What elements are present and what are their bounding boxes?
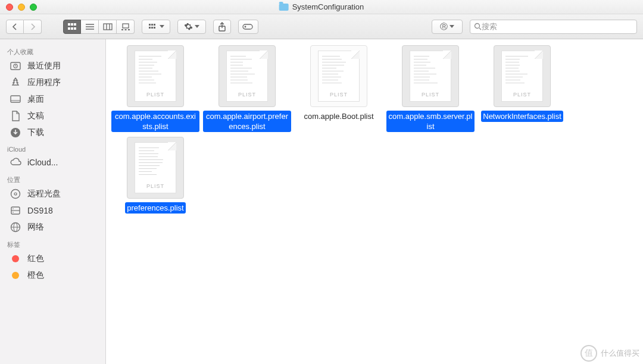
sidebar-item-label: 橙色 — [27, 270, 44, 281]
svg-point-24 — [245, 26, 246, 27]
file-type-badge: PLIST — [410, 92, 451, 98]
minimize-icon[interactable] — [18, 4, 25, 11]
dropdown-button[interactable]: Ⓡ — [432, 20, 463, 34]
arrange-segment — [142, 20, 170, 34]
arrange-button[interactable] — [142, 20, 170, 34]
svg-rect-5 — [74, 27, 76, 30]
svg-point-33 — [14, 193, 17, 195]
svg-rect-4 — [71, 27, 73, 30]
sidebar-item[interactable]: 远程光盘 — [0, 186, 105, 202]
file-type-badge: PLIST — [135, 92, 176, 98]
svg-rect-15 — [128, 29, 130, 30]
svg-point-32 — [11, 190, 20, 199]
svg-rect-23 — [243, 24, 252, 29]
toolbar: Ⓡ — [0, 14, 643, 39]
sidebar-item-label: 下载 — [27, 127, 44, 138]
window-title-text: SystemConfiguration — [292, 2, 364, 11]
file-item[interactable]: PLISTcom.apple.airport.preferences.plist — [202, 45, 292, 132]
file-thumbnail: PLIST — [310, 45, 367, 107]
tag-icon — [242, 23, 254, 31]
sidebar-heading: 个人收藏 — [0, 43, 105, 58]
sidebar-item[interactable]: 红色 — [0, 250, 105, 267]
list-view-button[interactable] — [81, 20, 99, 34]
svg-rect-14 — [124, 29, 126, 30]
nav-buttons — [6, 20, 42, 34]
sidebar-item[interactable]: 文稿 — [0, 108, 105, 124]
file-thumbnail: PLIST — [219, 45, 276, 107]
file-item[interactable]: PLISTcom.apple.Boot.plist — [294, 45, 383, 132]
tags-button[interactable] — [238, 20, 258, 34]
share-icon — [218, 22, 226, 32]
file-item[interactable]: PLISTpreferences.plist — [111, 137, 200, 214]
svg-point-37 — [13, 212, 14, 213]
chevron-down-icon — [450, 25, 454, 28]
tag-icon — [10, 253, 21, 264]
sidebar-item-label: 文稿 — [27, 111, 44, 121]
apps-icon — [10, 77, 21, 88]
sidebar-item-label: 红色 — [27, 253, 44, 264]
file-item[interactable]: PLISTcom.apple.smb.server.plist — [386, 45, 475, 132]
file-name: com.apple.airport.preferences.plist — [203, 111, 291, 132]
svg-rect-20 — [151, 27, 153, 29]
sidebar-item[interactable]: 最近使用 — [0, 58, 105, 74]
window-title: SystemConfiguration — [279, 2, 364, 11]
download-icon — [10, 127, 21, 138]
svg-rect-2 — [74, 23, 76, 26]
sidebar-item[interactable]: 桌面 — [0, 91, 105, 108]
sidebar-item[interactable]: 应用程序 — [0, 74, 105, 91]
icon-view-button[interactable] — [63, 20, 81, 34]
window-body: 个人收藏最近使用应用程序桌面文稿下载iCloudiCloud...位置远程光盘D… — [0, 39, 643, 364]
svg-rect-1 — [71, 23, 73, 26]
sidebar-heading: iCloud — [0, 141, 105, 154]
disc-icon — [10, 189, 21, 199]
sidebar-item-label: iCloud... — [27, 158, 58, 167]
file-type-badge: PLIST — [502, 92, 542, 98]
titlebar: SystemConfiguration — [0, 0, 643, 14]
file-thumbnail: PLIST — [494, 45, 551, 107]
file-type-badge: PLIST — [319, 92, 359, 98]
file-name: preferences.plist — [125, 202, 185, 214]
share-button[interactable] — [213, 20, 231, 34]
file-name: com.apple.smb.server.plist — [386, 111, 475, 132]
gear-icon — [184, 22, 193, 31]
sidebar-heading: 位置 — [0, 171, 105, 186]
file-item[interactable]: PLISTcom.apple.accounts.exists.plist — [111, 45, 200, 132]
file-name: com.apple.Boot.plist — [302, 111, 375, 122]
zoom-icon[interactable] — [30, 4, 37, 11]
tag-icon — [10, 270, 21, 281]
content-area[interactable]: PLISTcom.apple.accounts.exists.plistPLIS… — [106, 39, 643, 364]
forward-button[interactable] — [24, 20, 42, 34]
svg-rect-21 — [154, 27, 155, 29]
svg-rect-13 — [121, 29, 123, 30]
dropdown-glyph: Ⓡ — [440, 21, 448, 32]
svg-line-26 — [479, 28, 481, 30]
sidebar-item[interactable]: iCloud... — [0, 154, 105, 171]
back-button[interactable] — [6, 20, 24, 34]
sidebar-item[interactable]: DS918 — [0, 202, 105, 219]
chevron-down-icon — [195, 25, 199, 28]
file-type-badge: PLIST — [135, 183, 176, 189]
sidebar-item[interactable]: 橙色 — [0, 267, 105, 284]
file-item[interactable]: PLISTNetworkInterfaces.plist — [477, 45, 567, 132]
sidebar-item[interactable]: 网络 — [0, 219, 105, 236]
svg-rect-17 — [151, 24, 153, 26]
svg-rect-9 — [104, 24, 112, 30]
gallery-view-button[interactable] — [117, 20, 135, 34]
sidebar: 个人收藏最近使用应用程序桌面文稿下载iCloudiCloud...位置远程光盘D… — [0, 39, 106, 364]
traffic-lights — [6, 4, 37, 11]
cloud-icon — [10, 157, 21, 168]
close-icon[interactable] — [6, 4, 13, 11]
svg-point-36 — [13, 208, 14, 209]
action-button[interactable] — [177, 20, 206, 34]
sidebar-item[interactable]: 下载 — [0, 124, 105, 141]
icon-grid: PLISTcom.apple.accounts.exists.plistPLIS… — [111, 45, 638, 214]
svg-rect-0 — [68, 23, 70, 26]
clock-icon — [10, 61, 21, 71]
file-thumbnail: PLIST — [402, 45, 459, 107]
network-icon — [10, 222, 21, 233]
search-input[interactable] — [482, 22, 633, 31]
sidebar-item-label: 网络 — [27, 222, 44, 233]
column-view-button[interactable] — [99, 20, 117, 34]
search-field[interactable] — [470, 20, 637, 34]
sidebar-item-label: DS918 — [27, 206, 53, 215]
